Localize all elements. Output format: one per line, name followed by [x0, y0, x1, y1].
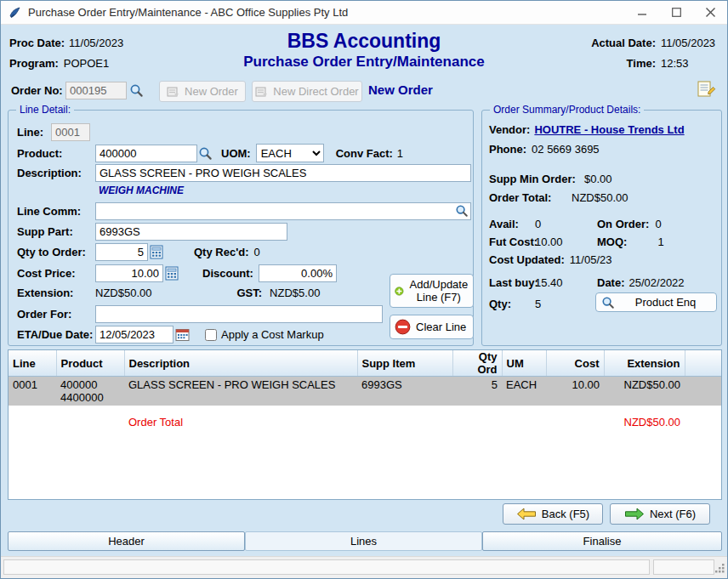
line-detail-group: Line Detail: Line: Product: UOM: EACH Co… [8, 110, 474, 346]
summary-order-total-value: NZD$50.00 [572, 191, 628, 204]
next-button[interactable]: Next (F6) [610, 503, 710, 525]
order-for-row: Order For: [17, 305, 383, 323]
supp-part-row: Supp Part: [17, 223, 287, 241]
last-buy-value: 15.40 [535, 276, 563, 289]
line-number-field [51, 123, 90, 141]
tab-header[interactable]: Header [8, 531, 245, 551]
cost-price-field[interactable] [95, 264, 163, 282]
cost-price-row: Cost Price: Discount: [17, 264, 337, 282]
col-description: Description [124, 350, 357, 377]
grid-spacer-row [9, 406, 722, 414]
last-buy-date-value: 25/02/2022 [629, 276, 685, 289]
col-um: UM [502, 350, 546, 377]
col-cost: Cost [546, 350, 604, 377]
cost-markup-checkbox[interactable] [205, 329, 217, 341]
vendor-row: Vendor: HOUTRE - House Trends Ltd [489, 123, 685, 136]
conv-fact-value: 1 [397, 147, 403, 160]
resize-grip-icon[interactable] [714, 563, 725, 576]
line-number-row: Line: [17, 123, 90, 141]
new-direct-order-button[interactable]: New Direct Order [252, 81, 362, 102]
product-enq-button[interactable]: Product Enq [595, 292, 717, 312]
order-notes-icon[interactable] [697, 80, 716, 99]
supp-min-row: Supp Min Order: $0.00 [489, 173, 612, 185]
title-bar: Purchase Order Entry/Maintenance - ABC O… [1, 1, 727, 25]
next-arrow-icon [624, 508, 645, 520]
back-button[interactable]: Back (F5) [503, 503, 603, 525]
clear-icon [395, 319, 411, 335]
description-row: Description: [17, 164, 471, 182]
time-value: 12:53 [661, 57, 689, 70]
clear-line-button[interactable]: Clear Line [390, 315, 474, 339]
qty-calculator-icon[interactable] [150, 245, 163, 259]
line-comm-field[interactable] [95, 202, 471, 220]
description-field[interactable] [95, 164, 471, 182]
status-panel [3, 559, 650, 575]
calendar-icon[interactable] [175, 327, 190, 342]
status-bar [1, 556, 727, 578]
lines-grid: Line Product Description Supp Item Qty O… [8, 349, 722, 500]
order-no-search-icon[interactable] [129, 83, 144, 98]
eta-date-field[interactable] [95, 326, 173, 343]
table-row[interactable]: 0001 400000 4400000 GLASS SCREEN - PRO W… [9, 377, 722, 406]
app-icon [9, 6, 22, 20]
cost-markup-label: Apply a Cost Markup [221, 328, 324, 341]
minimize-icon[interactable] [625, 1, 659, 24]
grid-total-label: Order Total [124, 414, 357, 430]
grid-total-row: Order Total NZD$50.00 [9, 414, 722, 430]
tab-finalise[interactable]: Finalise [482, 531, 722, 551]
add-update-line-button[interactable]: Add/Update Line (F7) [390, 274, 474, 308]
vendor-link[interactable]: HOUTRE - House Trends Ltd [534, 123, 684, 136]
order-summary-legend: Order Summary/Product Details: [490, 104, 644, 116]
col-filler [685, 350, 722, 377]
product-search-icon[interactable] [198, 146, 213, 161]
discount-field[interactable] [259, 264, 337, 282]
on-order-row: On Order: 0 [597, 218, 662, 230]
moq-value: 1 [657, 236, 663, 248]
phone-row: Phone: 02 5669 3695 [489, 143, 600, 156]
discount-label: Discount: [202, 267, 253, 280]
order-status-text: New Order [368, 82, 433, 97]
cost-calculator-icon[interactable] [165, 266, 179, 281]
new-order-button[interactable]: New Order [159, 81, 246, 102]
line-detail-legend: Line Detail: [16, 104, 74, 116]
conv-fact-label: Conv Fact: [336, 147, 393, 160]
moq-row: MOQ: 1 [597, 236, 664, 248]
description-note: WEIGH MACHINE [99, 184, 184, 196]
new-direct-order-icon [255, 86, 268, 98]
on-order-value: 0 [655, 218, 661, 230]
col-qty-ord: Qty Ord [452, 350, 502, 377]
qty-recd-label: Qty Rec'd: [194, 246, 249, 258]
last-buy-date-row: Date: 25/02/2022 [597, 276, 685, 289]
actual-date-label: Actual Date: [586, 37, 656, 49]
qty-recd-value: 0 [254, 246, 260, 258]
order-no-label: Order No: [11, 84, 63, 97]
order-no-field[interactable] [65, 82, 127, 99]
col-product: Product [56, 350, 124, 377]
gst-label: GST: [236, 287, 262, 299]
avail-value: 0 [535, 218, 541, 230]
last-buy-row: Last buy: 15.40 [489, 276, 563, 289]
back-arrow-icon [516, 508, 537, 520]
cost-updated-row: Cost Updated: 11/05/23 [489, 253, 611, 266]
grid-total-value: NZD$50.00 [604, 414, 685, 430]
window-title: Purchase Order Entry/Maintenance - ABC O… [28, 6, 348, 19]
uom-select[interactable]: EACH [256, 144, 324, 162]
status-panel-right [653, 559, 714, 575]
time: Time: 12:53 [586, 57, 689, 70]
supp-part-field[interactable] [95, 223, 287, 241]
qty-field[interactable] [95, 243, 148, 261]
maximize-icon[interactable] [659, 1, 693, 24]
close-icon[interactable] [693, 1, 727, 24]
phone-value: 02 5669 3695 [532, 143, 600, 156]
app-window: Purchase Order Entry/Maintenance - ABC O… [0, 0, 728, 579]
add-icon [395, 283, 404, 299]
window-controls [625, 1, 727, 24]
actual-date-value: 11/05/2023 [661, 37, 715, 49]
time-label: Time: [586, 57, 656, 70]
extension-value: NZD$50.00 [95, 287, 151, 299]
product-field[interactable] [95, 145, 197, 162]
order-for-field[interactable] [95, 305, 383, 323]
line-comm-search-icon[interactable] [455, 204, 469, 218]
tab-lines[interactable]: Lines [245, 531, 482, 551]
col-extension: Extension [604, 350, 685, 377]
